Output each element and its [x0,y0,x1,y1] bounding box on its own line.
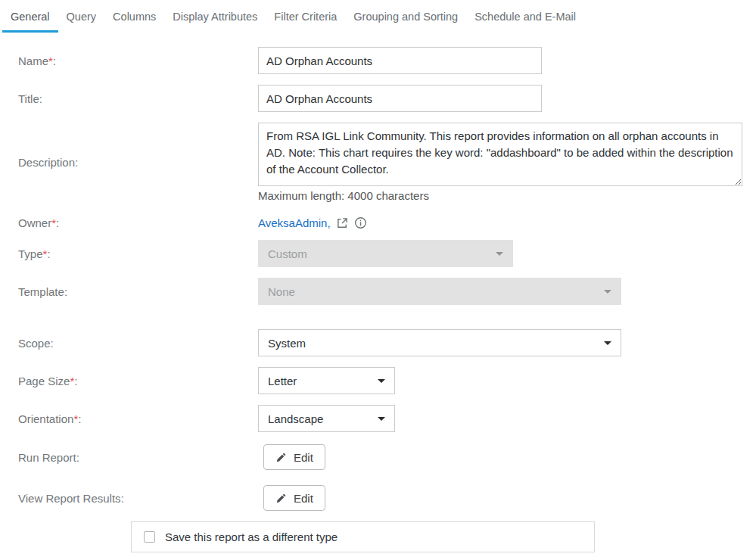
owner-label: Owner*: [0,216,258,229]
pencil-icon [275,452,287,463]
page-size-label: Page Size*: [0,375,258,387]
run-report-edit-button[interactable]: Edit [263,444,325,470]
tab-general[interactable]: General [2,9,58,33]
page-size-select[interactable]: Letter [258,367,395,394]
tab-schedule-and-email[interactable]: Schedule and E-Mail [466,9,584,33]
max-length-note: Maximum length: 4000 characters [258,189,742,202]
general-form: Name*: Title: Description: From RSA IGL … [0,33,756,560]
external-link-icon[interactable] [336,216,349,229]
title-label: Title: [0,92,258,105]
info-icon[interactable] [354,216,367,229]
description-label: Description: [0,156,258,169]
owner-row: Owner*: AveksaAdmin, [0,216,756,229]
title-row: Title: [0,85,756,112]
tab-bar: General Query Columns Display Attributes… [0,0,756,33]
tab-display-attributes[interactable]: Display Attributes [164,9,266,33]
owner-link[interactable]: AveksaAdmin, [258,216,331,229]
title-input[interactable] [258,85,542,112]
save-as-checkbox[interactable] [144,531,155,543]
scope-row: Scope: System [0,329,756,356]
view-report-results-label: View Report Results: [0,492,258,505]
view-report-results-edit-button[interactable]: Edit [263,485,325,511]
page-size-row: Page Size*: Letter [0,367,756,394]
template-row: Template: None [0,278,756,305]
caret-down-icon [604,290,611,294]
pencil-icon [275,493,287,504]
template-label: Template: [0,285,258,298]
template-select: None [258,278,621,305]
type-label: Type*: [0,247,258,260]
scope-select[interactable]: System [258,329,621,356]
caret-down-icon [378,379,385,383]
orientation-select[interactable]: Landscape [258,405,395,432]
name-label: Name*: [0,54,258,67]
description-textarea[interactable]: From RSA IGL Link Community. This report… [258,123,742,186]
run-report-row: Run Report: Edit [0,444,756,470]
tab-query[interactable]: Query [58,9,105,33]
caret-down-icon [378,417,385,421]
type-select: Custom [258,240,513,267]
run-report-label: Run Report: [0,451,258,464]
tab-columns[interactable]: Columns [104,9,164,33]
caret-down-icon [496,252,503,256]
orientation-label: Orientation*: [0,412,258,425]
tab-grouping-and-sorting[interactable]: Grouping and Sorting [345,9,466,33]
save-as-checkbox-label: Save this report as a different type [165,530,338,543]
tab-filter-criteria[interactable]: Filter Criteria [266,9,345,33]
orientation-row: Orientation*: Landscape [0,405,756,432]
caret-down-icon [604,341,611,345]
save-as-panel: Save this report as a different type [131,521,595,552]
scope-label: Scope: [0,337,258,350]
description-row: Description: From RSA IGL Link Community… [0,123,756,202]
name-row: Name*: [0,47,756,74]
type-row: Type*: Custom [0,240,756,267]
name-input[interactable] [258,47,542,74]
view-report-results-row: View Report Results: Edit [0,485,756,511]
